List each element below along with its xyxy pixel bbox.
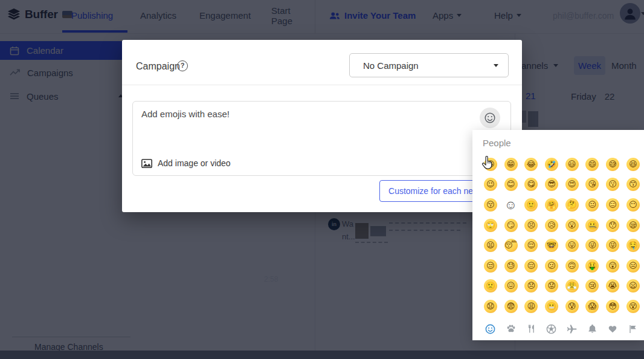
emoji-glyph: 😞 (524, 279, 538, 293)
emoji-cell-4-5[interactable]: 😜 (582, 235, 602, 256)
emoji-cell-1-6[interactable]: 😗 (602, 175, 623, 195)
emoji-glyph: 🤣 (545, 158, 558, 171)
campaign-select[interactable]: No Campaign (349, 53, 509, 77)
emoji-glyph: 😑 (606, 198, 619, 212)
help-question-icon[interactable] (177, 60, 188, 71)
emoji-cell-2-7[interactable]: 😶 (623, 195, 643, 215)
emoji-cell-5-5[interactable]: 🤑 (582, 256, 602, 276)
emoji-cell-7-4[interactable]: 😰 (562, 296, 582, 317)
emoji-glyph: 😘 (585, 178, 599, 191)
campaign-select-value: No Campaign (363, 60, 419, 71)
emoji-cell-1-4[interactable]: 😍 (562, 175, 582, 195)
category-smileys-icon[interactable] (480, 320, 501, 338)
emoji-cell-3-4[interactable]: 😮 (562, 215, 582, 236)
emoji-cell-0-1[interactable]: 😁 (501, 154, 521, 175)
emoji-cell-2-4[interactable]: 🤔 (562, 195, 582, 215)
emoji-cell-1-1[interactable]: 😊 (501, 175, 521, 195)
emoji-cell-6-0[interactable]: 🙁 (480, 276, 501, 297)
add-media-button[interactable]: Add image or video (141, 158, 231, 168)
category-activity-icon[interactable] (541, 320, 562, 338)
emoji-cell-7-1[interactable]: 😨 (501, 296, 521, 317)
emoji-cell-3-3[interactable]: 😥 (541, 215, 562, 236)
emoji-cell-0-4[interactable]: 😃 (562, 154, 582, 175)
emoji-cell-7-5[interactable]: 😱 (582, 296, 602, 317)
emoji-glyph: 😮 (565, 219, 579, 232)
category-symbols-icon[interactable] (602, 320, 623, 338)
emoji-cell-6-6[interactable]: 😭 (602, 276, 623, 297)
category-objects-icon[interactable] (582, 320, 602, 338)
emoji-cell-3-5[interactable]: 🤐 (582, 215, 602, 236)
emoji-glyph: 😰 (565, 300, 579, 313)
emoji-glyph: 😂 (524, 158, 538, 171)
category-travel-icon[interactable] (562, 320, 582, 338)
emoji-cell-7-0[interactable]: 😧 (480, 296, 501, 317)
emoji-glyph: ☹ (626, 259, 640, 273)
emoji-cell-1-5[interactable]: 😘 (582, 175, 602, 195)
modal-divider (122, 85, 522, 85)
emoji-category-bar (480, 320, 643, 338)
emoji-glyph: 😖 (504, 279, 518, 293)
emoji-cell-2-2[interactable]: 🙂 (521, 195, 541, 215)
emoji-cell-2-5[interactable]: 😐 (582, 195, 602, 215)
emoji-glyph: 😴 (504, 239, 518, 252)
emoji-cell-3-7[interactable]: 😪 (623, 215, 643, 236)
emoji-cell-4-6[interactable]: 😝 (602, 235, 623, 256)
emoji-cell-5-3[interactable]: 😕 (541, 256, 562, 276)
emoji-cell-4-7[interactable]: 🤤 (623, 235, 643, 256)
emoji-cell-0-7[interactable]: 😆 (623, 154, 643, 175)
emoji-glyph: 😛 (565, 239, 579, 252)
emoji-glyph: 😫 (484, 239, 497, 252)
emoji-cell-6-2[interactable]: 😞 (521, 276, 541, 297)
emoji-cell-1-7[interactable]: 😙 (623, 175, 643, 195)
category-food-icon[interactable] (521, 320, 541, 338)
emoji-cell-7-7[interactable]: 😵 (623, 296, 643, 317)
emoji-cell-7-3[interactable]: 😬 (541, 296, 562, 317)
category-flags-icon[interactable] (623, 320, 643, 338)
emoji-cell-0-5[interactable]: 😄 (582, 154, 602, 175)
emoji-cell-4-3[interactable]: 🤓 (541, 235, 562, 256)
emoji-cell-4-0[interactable]: 😫 (480, 235, 501, 256)
emoji-cell-5-7[interactable]: ☹ (623, 256, 643, 276)
emoji-cell-2-3[interactable]: 🤗 (541, 195, 562, 215)
emoji-cell-6-3[interactable]: 😟 (541, 276, 562, 297)
composer-text[interactable]: Add emojis with ease! (141, 109, 230, 119)
emoji-cell-4-2[interactable]: 😌 (521, 235, 541, 256)
emoji-cell-1-0[interactable]: 😉 (480, 175, 501, 195)
emoji-cell-3-0[interactable]: 🙄 (480, 215, 501, 236)
emoji-glyph: 🤤 (626, 239, 640, 252)
emoji-cell-6-4[interactable]: 😤 (562, 276, 582, 297)
emoji-cell-2-6[interactable]: 😑 (602, 195, 623, 215)
emoji-cell-4-1[interactable]: 😴 (501, 235, 521, 256)
emoji-cell-5-0[interactable]: 😒 (480, 256, 501, 276)
category-animals-icon[interactable] (501, 320, 521, 338)
emoji-cell-0-2[interactable]: 😂 (521, 154, 541, 175)
emoji-glyph: 😩 (524, 300, 538, 313)
emoji-cell-6-1[interactable]: 😖 (501, 276, 521, 297)
emoji-cell-0-6[interactable]: 😅 (602, 154, 623, 175)
emoji-cell-0-3[interactable]: 🤣 (541, 154, 562, 175)
emoji-cell-2-0[interactable]: 😚 (480, 195, 501, 215)
emoji-cell-6-7[interactable]: 😦 (623, 276, 643, 297)
emoji-glyph: 😓 (504, 259, 518, 273)
emoji-cell-3-6[interactable]: 😯 (602, 215, 623, 236)
emoji-cell-4-4[interactable]: 😛 (562, 235, 582, 256)
emoji-cell-3-2[interactable]: 😣 (521, 215, 541, 236)
emoji-cell-2-1[interactable]: ☺ (501, 195, 521, 215)
emoji-glyph: 😐 (585, 198, 599, 212)
emoji-cell-3-1[interactable]: 😏 (501, 215, 521, 236)
emoji-picker-button[interactable] (480, 108, 500, 128)
emoji-cell-5-1[interactable]: 😓 (501, 256, 521, 276)
customize-for-each-network-button[interactable]: Customize for each net (379, 180, 485, 202)
emoji-cell-5-4[interactable]: 🙃 (562, 256, 582, 276)
composer-box[interactable]: Add emojis with ease! Add image or video (132, 101, 511, 176)
emoji-glyph: 😶 (626, 198, 640, 212)
emoji-cell-1-2[interactable]: 😋 (521, 175, 541, 195)
emoji-picker-panel: People 😀😁😂🤣😃😄😅😆😉😊😋😎😍😘😗😙😚☺🙂🤗🤔😐😑😶🙄😏😣😥😮🤐😯😪😫… (472, 130, 644, 340)
emoji-cell-1-3[interactable]: 😎 (541, 175, 562, 195)
emoji-glyph: 😱 (585, 300, 599, 313)
emoji-cell-5-2[interactable]: 😔 (521, 256, 541, 276)
emoji-cell-7-2[interactable]: 😩 (521, 296, 541, 317)
emoji-cell-7-6[interactable]: 😳 (602, 296, 623, 317)
emoji-cell-5-6[interactable]: 😲 (602, 256, 623, 276)
emoji-cell-6-5[interactable]: 😢 (582, 276, 602, 297)
